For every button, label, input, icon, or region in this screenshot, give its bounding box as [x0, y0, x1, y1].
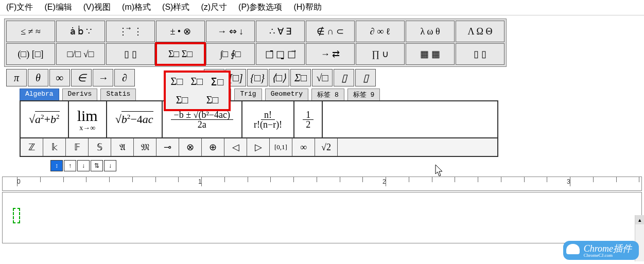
align-btn-3[interactable]: ↓: [77, 160, 90, 171]
sym-partial[interactable]: ∂: [114, 69, 135, 86]
sigma-opt-1[interactable]: Σ□: [169, 75, 185, 89]
tpl-pythagoras[interactable]: √a2+b2: [21, 101, 69, 137]
palette-subscripts[interactable]: ▯ ▯: [106, 43, 155, 65]
tab-derivs[interactable]: Derivs: [62, 89, 98, 100]
sym-sigma[interactable]: Σ□: [290, 69, 311, 86]
tab-9[interactable]: 标签 9: [347, 89, 380, 100]
palette-fractions[interactable]: □/□ √□: [56, 43, 105, 65]
palette-labeled-arrows[interactable]: → ⇄: [306, 43, 355, 65]
palette-greek-lower[interactable]: λ ω θ: [406, 21, 455, 42]
sym-infinity[interactable]: ∞: [49, 69, 70, 86]
palette-integrals[interactable]: ∫□ ∮□: [206, 43, 255, 65]
sym-pi[interactable]: π: [6, 69, 27, 86]
align-btn-5[interactable]: ↓: [104, 160, 116, 171]
tpl-empty: [323, 101, 497, 137]
tpl-combination[interactable]: n! r!(n−r)!: [242, 101, 294, 137]
sym-theta[interactable]: θ: [28, 69, 48, 86]
palette-logic[interactable]: ∴ ∀ ∃: [256, 21, 305, 42]
sym-rtri[interactable]: ▷: [247, 138, 270, 156]
palette-accents[interactable]: ȧ ḃ ∵: [56, 21, 105, 42]
palette-arrows[interactable]: → ⇔ ↓: [206, 21, 255, 42]
menu-size[interactable]: (z)尺寸: [201, 2, 227, 13]
menu-view[interactable]: (V)视图: [83, 2, 111, 13]
summation-popup: Σ□ Σ□ Σ̇□ Σ□ Σ□: [164, 71, 231, 111]
sym-rest: [338, 138, 497, 156]
tpl-limit[interactable]: lim x→∞: [69, 101, 107, 137]
palette-fences[interactable]: (□) [□]: [6, 43, 55, 65]
sym-k[interactable]: 𝕜: [43, 138, 66, 156]
watermark-logo: Chrome插件 ChromeCJ.com: [563, 241, 639, 260]
sigma-opt-4[interactable]: Σ□: [174, 93, 190, 107]
palette-products[interactable]: ∏ ∪: [356, 43, 405, 65]
sym-sqrt2[interactable]: √2: [315, 138, 338, 156]
alignment-toolbar: ↕ ↑ ↓ ⇅ ↓: [50, 160, 640, 171]
sym-box2[interactable]: ▯: [355, 69, 376, 86]
watermark-title: Chrome插件: [584, 243, 632, 254]
sigma-opt-5[interactable]: Σ□: [204, 93, 221, 107]
sym-inf2[interactable]: ∞: [292, 138, 315, 156]
sym-angle[interactable]: ⟨□⟩: [269, 69, 289, 86]
align-btn-1[interactable]: ↕: [50, 160, 63, 171]
sym-elementof[interactable]: ∈: [71, 69, 92, 86]
sym-oplus[interactable]: ⊕: [202, 138, 224, 156]
scroll-up-icon[interactable]: ▴: [635, 215, 644, 224]
symbol-palette: ≤ ≠ ≈ ȧ ḃ ∵ ⋮ ⃗ ⋮ ± • ⊗ → ⇔ ↓ ∴ ∀ ∃ ∉ ∩ …: [4, 19, 507, 67]
sym-lollipop[interactable]: ⊸: [156, 138, 179, 156]
palette-operators[interactable]: ± • ⊗: [156, 21, 205, 42]
tab-statis[interactable]: Statis: [100, 89, 136, 100]
sym-S[interactable]: 𝕊: [89, 138, 111, 156]
blackboard-symbols: ℤ 𝕜 𝔽 𝕊 𝔄 𝔐 ⊸ ⊗ ⊕ ◁ ▷ [0,1] ∞ √2: [20, 138, 498, 157]
sym-frakM[interactable]: 𝔐: [134, 138, 156, 156]
menu-help[interactable]: (H)帮助: [293, 2, 321, 13]
sym-frakA[interactable]: 𝔄: [111, 138, 134, 156]
sym-sqrt[interactable]: √□: [312, 69, 333, 86]
sym-ltri[interactable]: ◁: [224, 138, 247, 156]
ruler: 0 1 2 3: [2, 177, 642, 191]
palette-calculus[interactable]: ∂ ∞ ℓ: [356, 21, 405, 42]
tab-geometry[interactable]: Geometry: [265, 89, 308, 100]
tab-trig[interactable]: Trig: [234, 89, 262, 100]
sym-box1[interactable]: ▯: [334, 69, 354, 86]
align-btn-4[interactable]: ⇅: [91, 160, 103, 171]
ruler-mark-0: 0: [17, 178, 21, 185]
tpl-discriminant[interactable]: √b2−4ac: [107, 101, 163, 137]
tpl-half[interactable]: 1 2: [294, 101, 323, 137]
palette-matrices[interactable]: ▦ ▦: [406, 43, 455, 65]
snail-icon: [566, 244, 580, 254]
menu-format[interactable]: (m)格式: [122, 2, 151, 13]
equation-editor[interactable]: [2, 192, 642, 243]
sym-arrow[interactable]: →: [93, 69, 113, 86]
sym-braces[interactable]: {□}: [247, 69, 268, 86]
insertion-caret: [13, 208, 20, 223]
toolbar-area: ≤ ≠ ≈ ȧ ḃ ∵ ⋮ ⃗ ⋮ ± • ⊗ → ⇔ ↓ ∴ ∀ ∃ ∉ ∩ …: [0, 15, 644, 174]
palette-boxes[interactable]: ▯ ▯: [456, 43, 504, 65]
palette-relational[interactable]: ≤ ≠ ≈: [6, 21, 55, 42]
menu-file[interactable]: (F)文件: [6, 2, 33, 13]
sym-F[interactable]: 𝔽: [66, 138, 89, 156]
template-row: √a2+b2 lim x→∞ √b2−4ac −b ± √(b²−4ac) 2a…: [20, 100, 498, 138]
sigma-opt-2[interactable]: Σ□: [188, 75, 205, 89]
palette-greek-upper[interactable]: Λ Ω Θ: [456, 21, 504, 42]
palette-overbar[interactable]: □̄ □̱ □⃗: [256, 43, 305, 65]
template-tabs: Algebra Derivs Statis Sets Trig Geometry…: [20, 89, 640, 100]
palette-summation[interactable]: Σ□ Σ□: [156, 43, 205, 65]
tab-8[interactable]: 标签 8: [311, 89, 344, 100]
palette-dots[interactable]: ⋮ ⃗ ⋮: [106, 21, 155, 42]
menu-edit[interactable]: (E)编辑: [44, 2, 72, 13]
sym-interval[interactable]: [0,1]: [270, 138, 292, 156]
menu-bar: (F)文件 (E)编辑 (V)视图 (m)格式 (S)样式 (z)尺寸 (P)参…: [0, 0, 644, 15]
menu-style[interactable]: (S)样式: [162, 2, 189, 13]
quick-symbols: π θ ∞ ∈ → ∂ (□) [□] {□} ⟨□⟩ Σ□ √□ ▯ ▯: [6, 69, 640, 86]
sigma-opt-3[interactable]: Σ̇□: [208, 75, 225, 89]
tab-algebra[interactable]: Algebra: [20, 89, 59, 100]
align-btn-2[interactable]: ↑: [64, 160, 76, 171]
sym-Z[interactable]: ℤ: [21, 138, 43, 156]
watermark-sub: ChromeCJ.com: [584, 253, 632, 258]
palette-settheory[interactable]: ∉ ∩ ⊂: [306, 21, 355, 42]
menu-prefs[interactable]: (P)参数选项: [238, 2, 282, 13]
sym-otimes[interactable]: ⊗: [179, 138, 202, 156]
